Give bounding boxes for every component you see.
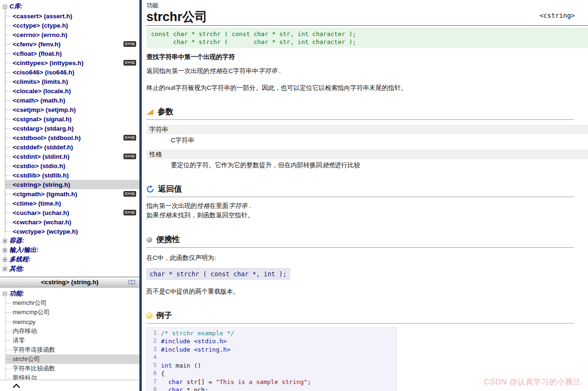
- section-return-value: 返回值 指向第一次出现的性格在里面字符串 .如果性格未找到，则函数返回空指针。: [146, 184, 588, 220]
- sidebar: C库: <cassert> (assert.h)<cctype> (ctype.…: [0, 0, 139, 391]
- cpp11-badge: C++11: [123, 41, 136, 47]
- collapse-icon[interactable]: [3, 5, 7, 9]
- sidebar-function-item[interactable]: 字符串连接函数: [5, 345, 139, 354]
- header-reference-link[interactable]: <cstring>: [539, 12, 575, 19]
- cpp11-badge: C++11: [123, 135, 136, 140]
- sidebar-item[interactable]: <csetjmp> (setjmp.h): [5, 105, 139, 114]
- code-line: 6{: [147, 369, 396, 377]
- sidebar-item[interactable]: <clocale> (locale.h): [5, 86, 139, 96]
- portability-text-1: 在C中，此函数仅声明为:: [146, 254, 588, 262]
- sidebar-item-label: <cassert> (assert.h): [13, 13, 73, 20]
- line-number: 1: [147, 329, 161, 337]
- declaration-line: const char * strchr ( const char * str, …: [151, 30, 583, 38]
- sidebar-item[interactable]: <cstring> (string.h): [5, 180, 139, 189]
- sphere-icon: [146, 237, 152, 243]
- sidebar-item[interactable]: <cstddef> (stddef.h): [5, 142, 139, 152]
- return-line: 如果性格未找到，则函数返回空指针。: [146, 211, 588, 220]
- sidebar-item-label: <cerrno> (errno.h): [13, 31, 67, 38]
- expand-icon[interactable]: [3, 258, 7, 262]
- sidebar-item[interactable]: <cerrno> (errno.h): [5, 30, 139, 39]
- sidebar-function-label: memcpy: [13, 318, 36, 325]
- sidebar-item-label: <cuchar> (uchar.h): [13, 209, 69, 216]
- sidebar-function-item[interactable]: memchr公司: [5, 298, 139, 308]
- sidebar-item[interactable]: <cstdio> (stdio.h): [5, 161, 139, 170]
- sidebar-function-label: memchr公司: [13, 299, 47, 307]
- sidebar-item[interactable]: <cinttypes> (inttypes.h)C++11: [5, 58, 139, 67]
- code-text: #include <string.h>: [161, 346, 231, 354]
- expand-icon[interactable]: [3, 267, 7, 271]
- parameters-heading: 参数: [146, 107, 574, 120]
- sidebar-item[interactable]: <ciso646> (iso646.h): [5, 67, 139, 77]
- section-portability: 便携性 在C中，此函数仅声明为: char * strchr ( const c…: [146, 235, 588, 296]
- sidebar-category-label: 输入/输出:: [9, 246, 38, 254]
- sidebar-item[interactable]: <cwctype> (wctype.h): [5, 227, 139, 236]
- sidebar-item[interactable]: <climits> (limits.h): [5, 77, 139, 86]
- code-line: 5int main (): [147, 361, 396, 369]
- sidebar-item-label: <cwchar> (wchar.h): [13, 219, 71, 226]
- sidebar-function-item[interactable]: strchr公司: [5, 354, 139, 364]
- book-icon[interactable]: [128, 280, 135, 285]
- sidebar-item[interactable]: <cstdlib> (stdlib.h): [5, 170, 139, 180]
- expand-icon[interactable]: [3, 248, 7, 252]
- sidebar-item[interactable]: <cuchar> (uchar.h)C++11: [5, 208, 139, 217]
- sidebar-item[interactable]: <cwchar> (wchar.h): [5, 217, 139, 227]
- breadcrumb[interactable]: 功能: [146, 0, 159, 10]
- sidebar-item-label: <cfloat> (float.h): [13, 50, 62, 57]
- sidebar-function-item[interactable]: memcmp公司: [5, 308, 139, 317]
- description: 返回指向第一次出现的性格在C字符串中字符串 .终止的null字符被视为C字符串的…: [146, 67, 588, 92]
- declaration-line: char * strchr ( char * str, int characte…: [151, 38, 583, 46]
- sidebar-category-label: 其他:: [9, 265, 24, 273]
- sidebar-category-label: 容器:: [9, 236, 24, 245]
- sidebar-item[interactable]: <ctgmath> (tgmath.h)C++11: [5, 189, 139, 199]
- sidebar-item-label: <cstdio> (stdio.h): [13, 162, 65, 170]
- sidebar-item-label: <cinttypes> (inttypes.h): [13, 59, 84, 66]
- code-line: 1/* strchr example */: [147, 329, 396, 337]
- sidebar-item[interactable]: <cstdint> (stdint.h)C++11: [5, 152, 139, 161]
- scroll-up-icon[interactable]: [12, 384, 21, 388]
- sidebar-root-functions[interactable]: 功能:: [0, 289, 139, 298]
- line-number: 8: [147, 386, 161, 391]
- collapse-icon[interactable]: [3, 292, 7, 296]
- sidebar-item-label: <cstdint> (stdint.h): [13, 153, 70, 160]
- sidebar-category[interactable]: 容器:: [0, 236, 139, 245]
- lightbulb-icon: [146, 313, 152, 318]
- sidebar-item[interactable]: <cfenv> (fenv.h)C++11: [5, 39, 139, 49]
- code-line: 7 char str[] = "This is a sample string"…: [147, 378, 396, 386]
- sidebar-item[interactable]: <cfloat> (float.h): [5, 49, 139, 58]
- portability-text-2: 而不是C中提供的两个重载版本。: [146, 288, 588, 296]
- return-line: 指向第一次出现的性格在里面字符串 .: [146, 201, 588, 211]
- sidebar-category[interactable]: 输入/输出:: [0, 245, 139, 255]
- sidebar-function-item[interactable]: 字符串比较函数: [5, 364, 139, 373]
- sidebar-item[interactable]: <cassert> (assert.h): [5, 11, 139, 21]
- parameter-name: 字符串: [146, 125, 588, 134]
- sidebar-function-item[interactable]: 内存移动: [5, 326, 139, 336]
- sidebar-item[interactable]: <ctime> (time.h): [5, 199, 139, 208]
- sidebar-item-label: <cstddef> (stddef.h): [13, 144, 73, 151]
- functions-root-label: 功能:: [9, 289, 24, 298]
- line-number: 5: [147, 361, 161, 369]
- sidebar-item[interactable]: <cmath> (math.h): [5, 96, 139, 105]
- return-lines: 指向第一次出现的性格在里面字符串 .如果性格未找到，则函数返回空指针。: [146, 201, 588, 220]
- sidebar-item-label: <cstdlib> (stdlib.h): [13, 172, 69, 179]
- sidebar-function-item[interactable]: 清零: [5, 336, 139, 345]
- code-text: #include <stdio.h>: [161, 337, 227, 345]
- sidebar-item-label: <cstdarg> (stdarg.h): [13, 125, 74, 132]
- sidebar-root-clib[interactable]: C库:: [0, 2, 139, 11]
- page-title: strchr公司: [146, 10, 208, 24]
- parameter-name: 性格: [146, 149, 588, 159]
- clib-root-label: C库:: [9, 2, 22, 11]
- code-line: 3#include <string.h>: [147, 346, 396, 354]
- sidebar-item[interactable]: <csignal> (signal.h): [5, 114, 139, 124]
- sidebar-category[interactable]: 其他:: [0, 264, 139, 273]
- sidebar-category[interactable]: 多线程:: [0, 255, 139, 264]
- sidebar-item[interactable]: <cctype> (ctype.h): [5, 21, 139, 30]
- sidebar-item[interactable]: <cstdarg> (stdarg.h): [5, 124, 139, 133]
- line-number: 3: [147, 346, 161, 354]
- example-code: 1/* strchr example */2#include <stdio.h>…: [146, 327, 397, 391]
- category-list: 容器:输入/输出:多线程:其他:: [0, 236, 139, 273]
- sidebar-function-item[interactable]: memcpy: [5, 317, 139, 326]
- sidebar-item-label: <cstring> (string.h): [13, 181, 70, 188]
- sidebar-item[interactable]: <cstdbool> (stdbool.h)C++11: [5, 133, 139, 142]
- expand-icon[interactable]: [3, 239, 7, 243]
- code-text: int main (): [161, 361, 201, 369]
